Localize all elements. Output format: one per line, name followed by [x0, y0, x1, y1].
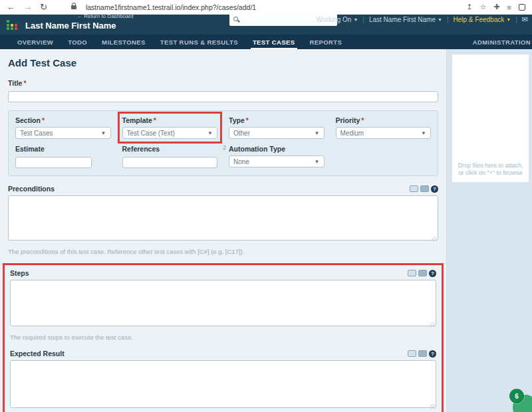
priority-select[interactable]: Medium▼	[336, 127, 432, 139]
preconditions-group: Preconditions ? The preconditions of thi…	[8, 185, 438, 255]
template-select[interactable]: Test Case (Text)▼	[122, 127, 218, 139]
tab-test-runs-results[interactable]: TEST RUNS & RESULTS	[153, 35, 245, 49]
table-icon[interactable]	[408, 350, 416, 357]
help-icon[interactable]: ?	[429, 350, 436, 358]
section-field: Section* Test Cases▼	[15, 116, 111, 139]
references-superscript: 2	[223, 144, 226, 151]
expected-result-textarea[interactable]	[10, 360, 436, 408]
padlock-icon[interactable]	[71, 5, 76, 9]
main-nav: OVERVIEW TODO MILESTONES TEST RUNS & RES…	[0, 35, 532, 49]
user-menu[interactable]: Last Name First Name▼	[369, 16, 442, 23]
section-select[interactable]: Test Cases▼	[15, 127, 111, 139]
tab-administration[interactable]: ADMINISTRATION	[469, 35, 532, 49]
messages-icon[interactable]: ✉	[522, 15, 528, 24]
tab-overview[interactable]: OVERVIEW	[10, 35, 61, 49]
table-icon[interactable]	[410, 185, 418, 192]
steps-hint: The required steps to execute the test c…	[10, 334, 436, 341]
preconditions-hint: The preconditions of this test case. Ref…	[8, 248, 438, 255]
preconditions-label: Preconditions	[8, 185, 55, 193]
references-field: References 2	[122, 145, 218, 168]
chevron-down-icon: ▼	[101, 130, 106, 136]
table-icon[interactable]	[408, 270, 416, 276]
attributes-panel: Section* Test Cases▼ Template* Test Case…	[8, 110, 438, 176]
bookmark-star-icon[interactable]: ☆	[479, 3, 486, 11]
image-icon[interactable]	[420, 185, 429, 192]
add-test-case-form: Add Test Case Title* Section* Test Cases…	[0, 49, 447, 412]
chevron-down-icon: ▼	[315, 130, 320, 136]
extensions-pin-icon[interactable]: ✚	[493, 3, 499, 11]
automation-type-select[interactable]: None▼	[229, 155, 325, 167]
tab-reports[interactable]: REPORTS	[303, 35, 350, 49]
help-icon[interactable]: ?	[429, 270, 436, 277]
steps-label: Steps	[10, 269, 29, 277]
tab-test-cases[interactable]: TEST CASES	[245, 35, 303, 49]
app-header: ← Return to Dashboard Last Name First Na…	[0, 15, 532, 35]
address-bar[interactable]: lastname1firstname1.testrail.io/index.ph…	[86, 3, 256, 11]
search-icon	[233, 17, 238, 21]
chevron-down-icon: ▼	[438, 17, 442, 22]
chevron-down-icon: ▼	[315, 159, 320, 165]
title-input[interactable]	[8, 91, 438, 102]
steps-expected-highlight: Steps ? The required steps to execute th…	[3, 263, 444, 412]
chevron-down-icon: ▼	[506, 17, 511, 22]
reload-icon[interactable]: ↻	[40, 3, 47, 11]
chat-unread-badge: 6	[509, 389, 524, 403]
steps-group: Steps ? The required steps to execute th…	[10, 269, 436, 341]
help-icon[interactable]: ?	[431, 185, 438, 193]
priority-field: Priority* Medium▼	[336, 116, 432, 139]
file-dropzone[interactable]: Drop files here to attach, or click on "…	[452, 54, 529, 182]
references-input[interactable]	[122, 157, 218, 168]
share-icon[interactable]: ↥	[466, 3, 472, 11]
image-icon[interactable]	[418, 350, 427, 357]
steps-textarea[interactable]	[10, 280, 436, 326]
title-label: Title*	[8, 79, 438, 87]
expected-result-group: Expected Result ? The expected result af…	[10, 350, 436, 412]
dropzone-text-line2: or click on "+" to browse	[458, 169, 523, 177]
image-icon[interactable]	[418, 270, 427, 276]
tab-milestones[interactable]: MILESTONES	[94, 35, 153, 49]
automation-type-field: Automation Type None▼	[229, 145, 325, 168]
back-icon[interactable]: ←	[7, 3, 15, 11]
help-feedback-menu[interactable]: Help & Feedback▼	[454, 16, 511, 23]
dropzone-text-line1: Drop files here to attach,	[458, 162, 523, 170]
preconditions-textarea[interactable]	[8, 195, 438, 241]
tab-todo[interactable]: TODO	[61, 35, 94, 49]
forward-icon[interactable]: →	[23, 3, 32, 11]
estimate-input[interactable]	[15, 157, 92, 168]
expected-result-label: Expected Result	[10, 350, 65, 358]
project-name: Last Name First Name	[25, 21, 116, 31]
type-select[interactable]: Other▼	[229, 127, 325, 139]
separator: |	[447, 16, 449, 23]
title-field-group: Title*	[8, 79, 438, 102]
profile-icon[interactable]	[519, 4, 525, 11]
chevron-down-icon: ▼	[353, 17, 358, 22]
page-title: Add Test Case	[8, 57, 438, 68]
estimate-field: Estimate	[15, 145, 111, 168]
working-on-menu[interactable]: Working On▼	[317, 16, 358, 23]
return-to-dashboard-link[interactable]: ← Return to Dashboard	[77, 13, 134, 19]
menu-icon[interactable]: ≡	[507, 3, 511, 11]
chevron-down-icon: ▼	[207, 130, 213, 136]
template-field-highlighted: Template* Test Case (Text)▼	[122, 116, 218, 139]
chevron-down-icon: ▼	[421, 130, 426, 136]
testrail-logo-icon[interactable]	[7, 19, 18, 30]
separator: |	[362, 16, 364, 23]
type-field: Type* Other▼	[229, 116, 325, 139]
attachments-sidebar: Drop files here to attach, or click on "…	[447, 49, 532, 412]
separator: |	[515, 16, 517, 23]
